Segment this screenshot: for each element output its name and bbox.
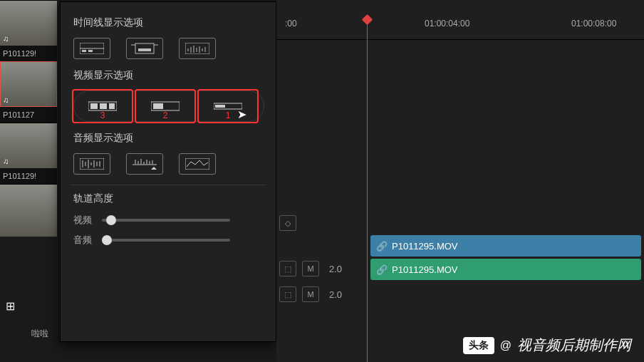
audio-icon: ♫ xyxy=(3,157,9,165)
media-thumb[interactable]: ♫ xyxy=(0,123,57,168)
svg-rect-24 xyxy=(80,158,104,170)
audio-display-heading: 音频显示选项 xyxy=(73,132,263,145)
annotation-number: 1 xyxy=(226,110,231,120)
audio-height-slider[interactable] xyxy=(102,239,230,242)
track-header: ⬚ M 2.0 xyxy=(276,282,369,306)
timeline-panel: :00 01:00:04:00 01:00:08:00 ◇ ⬚ M 2.0 ⬚ … xyxy=(276,0,644,362)
svg-rect-17 xyxy=(90,103,98,109)
annotation-number: 3 xyxy=(100,110,105,120)
audio-icon: ♫ xyxy=(3,34,9,43)
track-scale: 2.0 xyxy=(329,264,342,274)
svg-rect-3 xyxy=(88,50,93,52)
svg-rect-2 xyxy=(82,50,86,52)
media-thumb[interactable]: ♫ xyxy=(0,61,57,107)
media-label: P101129! xyxy=(0,46,57,61)
timeline-view-audio-icon[interactable] xyxy=(179,38,216,59)
timeline-clip[interactable]: 🔗 P1011295.MOV xyxy=(370,235,641,257)
divider xyxy=(71,185,266,185)
track-link-button[interactable]: ⬚ xyxy=(279,286,296,302)
track-lock-icon[interactable]: ◇ xyxy=(279,215,296,231)
timeline-display-heading: 时间线显示选项 xyxy=(73,16,263,29)
timeline-view-subtitle-icon[interactable] xyxy=(126,38,163,59)
track-scale: 2.0 xyxy=(329,289,342,300)
timeline-clip[interactable]: 🔗 P1011295.MOV xyxy=(370,259,641,280)
media-label: P101127 xyxy=(0,107,57,123)
media-thumb[interactable]: ♫ xyxy=(0,0,57,46)
track-height-heading: 轨道高度 xyxy=(73,192,263,205)
clip-name: P1011295.MOV xyxy=(392,264,458,275)
link-icon: 🔗 xyxy=(376,264,388,275)
watermark-badge: 头条 xyxy=(463,337,494,354)
media-bin: ♫ P101129! ♫ P101127 ♫ P101129! ⊞ 啦啦 xyxy=(0,0,57,362)
svg-rect-7 xyxy=(138,48,151,51)
clip-name: P1011295.MOV xyxy=(392,241,458,252)
audio-waveform-full-icon[interactable] xyxy=(73,153,110,175)
playhead[interactable] xyxy=(367,17,368,362)
svg-rect-18 xyxy=(100,103,107,109)
video-view-thumb-icon[interactable]: 2 xyxy=(136,90,194,122)
watermark-at: @ xyxy=(500,339,511,352)
timeline-view-stacked-icon[interactable] xyxy=(73,38,110,59)
track-link-button[interactable]: ⬚ xyxy=(279,261,296,276)
audio-waveform-line-icon[interactable] xyxy=(179,153,216,175)
link-icon: 🔗 xyxy=(376,241,388,252)
annotation-number: 2 xyxy=(163,110,168,120)
track-mute-button[interactable]: M xyxy=(302,261,319,276)
media-label: P101129! xyxy=(0,168,57,184)
watermark: 头条 @ 视音频后期制作网 xyxy=(463,336,631,355)
watermark-text: 视音频后期制作网 xyxy=(517,336,631,355)
svg-rect-21 xyxy=(153,103,163,109)
media-label: 啦啦 xyxy=(31,328,48,340)
track-mute-button[interactable]: M xyxy=(302,286,319,302)
track-header: ⬚ M 2.0 xyxy=(276,257,369,281)
video-view-simple-icon[interactable]: 1 xyxy=(199,90,257,122)
audio-waveform-half-icon[interactable] xyxy=(126,153,163,175)
audio-icon: ♫ xyxy=(3,95,9,104)
video-view-segmented: 3 2 1 ➤ xyxy=(73,90,263,122)
video-view-filmstrip-icon[interactable]: 3 xyxy=(73,90,132,122)
svg-rect-19 xyxy=(109,103,115,109)
video-height-slider[interactable] xyxy=(102,219,230,222)
video-display-heading: 视频显示选项 xyxy=(73,69,263,82)
ruler-tick: 01:00:08:00 xyxy=(571,19,616,29)
media-thumb[interactable] xyxy=(0,184,57,237)
svg-rect-23 xyxy=(215,105,225,108)
video-slider-label: 视频 xyxy=(73,214,92,227)
timeline-view-options-popup: 时间线显示选项 视频显示选项 3 2 1 ➤ 音频显示选项 xyxy=(60,1,276,342)
timeline-ruler[interactable]: :00 01:00:04:00 01:00:08:00 xyxy=(276,19,644,40)
ruler-tick: 01:00:04:00 xyxy=(425,19,469,29)
track-header: ◇ xyxy=(276,211,369,235)
grid-view-icon[interactable]: ⊞ xyxy=(6,299,15,313)
svg-rect-8 xyxy=(185,43,209,54)
audio-slider-label: 音频 xyxy=(73,234,92,247)
ruler-tick: :00 xyxy=(285,19,297,29)
